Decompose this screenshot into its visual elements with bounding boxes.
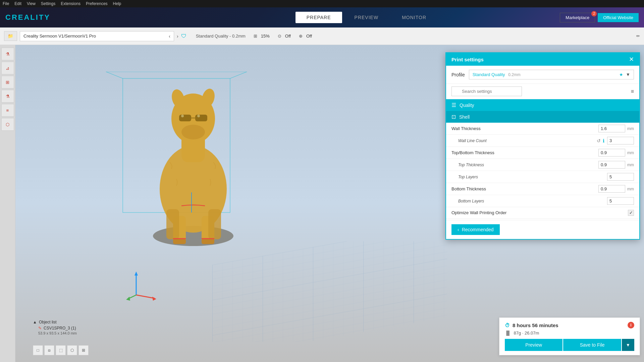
- sidebar-icon-1: ⚗: [6, 52, 10, 57]
- sidebar-btn-1[interactable]: ⚗: [1, 48, 14, 60]
- brp-stats-row: ▐▌ 87g · 26.07m: [505, 330, 634, 336]
- path-prev-button[interactable]: ‹: [169, 34, 170, 39]
- top-bottom-thickness-input[interactable]: [598, 149, 625, 157]
- folder-icon: 📁: [8, 34, 13, 39]
- tab-preview[interactable]: PREVIEW: [343, 12, 390, 23]
- ps-menu-icon[interactable]: ≡: [631, 88, 634, 95]
- nav-right: Marketplace 2 Official Website: [560, 13, 639, 22]
- printer-path-text: Creality Sermoon V1/SermoonV1 Pro: [23, 34, 96, 39]
- sidebar-btn-4[interactable]: ⚗: [1, 90, 14, 103]
- scale-value: 15%: [261, 34, 270, 39]
- official-website-button[interactable]: Official Website: [598, 13, 639, 22]
- optimize-wall-checkbox[interactable]: ✓: [628, 210, 634, 216]
- quality-item-scale: ⊞ 15%: [252, 33, 270, 40]
- svg-rect-23: [202, 239, 214, 244]
- sidebar-btn-2[interactable]: ⊿: [1, 62, 14, 74]
- object-list-section: ▲ Object list ✎ CSV1SPRO_3 (1) 53.9 x 93…: [33, 320, 77, 335]
- edit-icon[interactable]: ✏: [636, 34, 640, 39]
- bottom-thickness-input[interactable]: [598, 185, 625, 193]
- object-dimensions: 53.9 x 93.5 x 144.0 mm: [33, 331, 77, 335]
- top-thickness-input[interactable]: [598, 161, 625, 169]
- path-next-button[interactable]: ›: [177, 34, 178, 39]
- menu-settings[interactable]: Settings: [41, 1, 55, 6]
- tool-btn-5[interactable]: ⊞: [78, 345, 89, 355]
- reset-button[interactable]: ↺: [597, 138, 601, 143]
- menu-file[interactable]: File: [3, 1, 9, 6]
- shield-icon: 🛡: [181, 33, 186, 39]
- ps-section-quality[interactable]: ☰ Quality: [446, 99, 639, 111]
- menu-help[interactable]: Help: [113, 1, 121, 6]
- quality-item-support: ⊙ Off: [276, 33, 291, 40]
- svg-line-3: [106, 72, 123, 78]
- object-list-toggle[interactable]: ▲ Object list: [33, 320, 77, 324]
- ps-profile-actions: ★ ▼: [619, 72, 630, 77]
- search-input[interactable]: [451, 86, 522, 96]
- sidebar-btn-6[interactable]: ⬡: [1, 118, 14, 131]
- ps-row-bottom-thickness: Bottom Thickness mm: [446, 183, 639, 195]
- save-dropdown-button[interactable]: ▼: [622, 339, 634, 351]
- sidebar-btn-3[interactable]: ⊞: [1, 76, 14, 88]
- main-area: ⚗ ⊿ ⊞ ⚗ ≡ ⬡: [0, 45, 644, 362]
- tool-btn-4[interactable]: ⬡: [67, 345, 77, 355]
- wall-line-count-label: Wall Line Count: [451, 138, 597, 143]
- tool-btn-2[interactable]: ⧈: [44, 345, 54, 355]
- menu-view[interactable]: View: [27, 1, 36, 6]
- top-thickness-value: mm: [598, 161, 634, 169]
- support-icon: ⊙: [276, 33, 283, 40]
- ps-section-shell[interactable]: ⊡ Shell: [446, 111, 639, 123]
- toolbar-quality: Standard Quality - 0.2mm ⊞ 15% ⊙ Off ⊕ O…: [196, 33, 312, 40]
- svg-rect-20: [166, 209, 179, 239]
- svg-line-30: [136, 295, 155, 298]
- ps-title: Print settings: [451, 57, 484, 62]
- grid-svg: [212, 241, 447, 342]
- quality-item-adhesion: ⊕ Off: [298, 33, 312, 40]
- top-layers-input[interactable]: [607, 173, 634, 181]
- shell-section-icon: ⊡: [451, 114, 456, 120]
- svg-point-16: [181, 115, 184, 117]
- ps-row-top-layers: Top Layers: [446, 171, 639, 183]
- viewport[interactable]: ▲ Object list ✎ CSV1SPRO_3 (1) 53.9 x 93…: [15, 45, 644, 362]
- save-to-file-button[interactable]: Save to File: [563, 339, 621, 351]
- svg-point-17: [197, 115, 200, 117]
- toolbar: 📁 Creality Sermoon V1/SermoonV1 Pro ‹ › …: [0, 27, 644, 45]
- ps-dropdown-arrow-button[interactable]: ▼: [626, 72, 630, 77]
- top-layers-value: [607, 173, 634, 181]
- svg-marker-29: [135, 272, 138, 276]
- ps-close-button[interactable]: ✕: [629, 56, 634, 63]
- menu-edit[interactable]: Edit: [14, 1, 21, 6]
- bottom-layers-input[interactable]: [607, 197, 634, 205]
- info-icon: i: [630, 323, 631, 327]
- sidebar-icon-3: ⊞: [6, 80, 9, 85]
- wall-thickness-input[interactable]: [598, 125, 625, 132]
- marketplace-button[interactable]: Marketplace 2: [560, 13, 595, 22]
- menu-extensions[interactable]: Extensions: [61, 1, 80, 6]
- recommended-button[interactable]: ‹ Recommended: [451, 224, 500, 235]
- tool-btn-3[interactable]: ⬚: [56, 345, 66, 355]
- ps-profile-label: Profile: [451, 72, 465, 77]
- folder-button[interactable]: 📁: [4, 31, 17, 41]
- tab-prepare[interactable]: PREPARE: [296, 12, 342, 23]
- ps-profile-select[interactable]: Standard Quality 0.2mm ★ ▼: [469, 70, 634, 79]
- sidebar-btn-5[interactable]: ≡: [1, 104, 14, 117]
- stats-value: 87g · 26.07m: [514, 330, 539, 336]
- top-layers-label: Top Layers: [451, 175, 607, 179]
- ps-row-top-thickness: Top Thickness mm: [446, 159, 639, 171]
- quality-section-label: Quality: [460, 103, 474, 108]
- ps-star-button[interactable]: ★: [619, 72, 623, 77]
- tool-btn-1[interactable]: □: [33, 345, 43, 355]
- bottom-thickness-label: Bottom Thickness: [451, 186, 598, 191]
- top-bottom-thickness-unit: mm: [627, 150, 634, 155]
- save-dropdown-icon: ▼: [626, 343, 630, 348]
- top-thickness-label: Top Thickness: [451, 163, 598, 167]
- info-button[interactable]: i: [628, 322, 634, 328]
- shell-section-label: Shell: [459, 114, 470, 120]
- preview-action-button[interactable]: Preview: [505, 339, 562, 351]
- info-button[interactable]: ℹ: [603, 138, 604, 143]
- wall-line-count-input[interactable]: [607, 137, 634, 144]
- menu-preferences[interactable]: Preferences: [86, 1, 108, 6]
- ps-profile-name: Standard Quality 0.2mm: [473, 72, 521, 77]
- quality-item-standard: Standard Quality - 0.2mm: [196, 34, 246, 39]
- svg-rect-13: [179, 115, 191, 121]
- ps-settings-list: ☰ Quality ⊡ Shell Wall Thickness mm: [446, 99, 639, 220]
- tab-monitor[interactable]: MONITOR: [391, 12, 437, 23]
